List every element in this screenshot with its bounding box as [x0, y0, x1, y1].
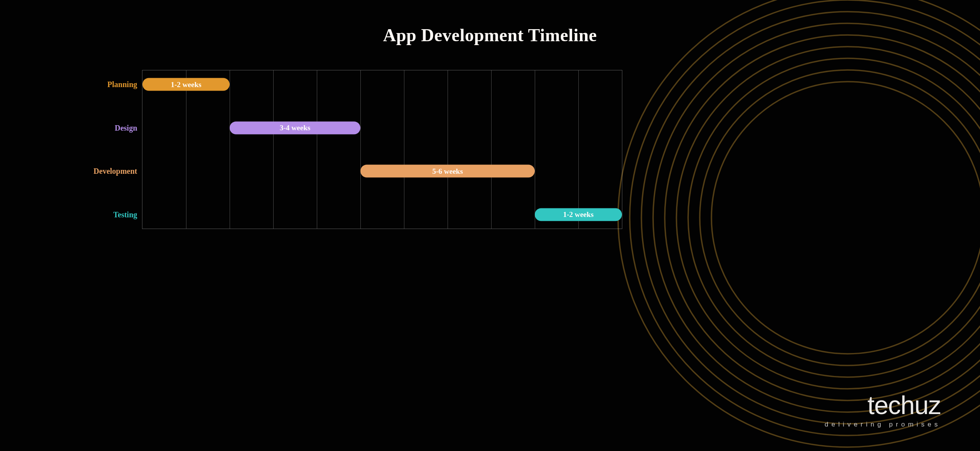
brand-tagline: delivering promises — [825, 421, 941, 428]
svg-point-6 — [688, 58, 980, 377]
gantt-bar: 5-6 weeks — [360, 165, 535, 178]
grid-line — [578, 70, 579, 229]
svg-point-4 — [665, 35, 980, 400]
page-title: App Development Timeline — [0, 25, 980, 45]
gantt-bar: 3-4 weeks — [230, 121, 360, 134]
row-label: Planning — [107, 80, 137, 89]
svg-point-8 — [711, 82, 980, 354]
row-labels: PlanningDesignDevelopmentTesting — [0, 70, 137, 229]
brand-name: techuz — [825, 394, 941, 416]
svg-point-0 — [618, 0, 980, 447]
gantt-grid: 1-2 weeks3-4 weeks5-6 weeks1-2 weeks — [142, 70, 622, 229]
grid-line — [230, 70, 230, 229]
row-label: Design — [115, 123, 137, 132]
svg-point-7 — [700, 70, 980, 365]
grid-line — [404, 70, 404, 229]
svg-point-2 — [641, 12, 980, 424]
grid-line — [317, 70, 317, 229]
row-label: Testing — [113, 210, 137, 219]
grid-line — [448, 70, 448, 229]
gantt-bar: 1-2 weeks — [142, 78, 230, 91]
svg-point-3 — [653, 23, 980, 412]
grid-line — [491, 70, 492, 229]
arc-svg — [614, 0, 980, 451]
grid-line — [273, 70, 274, 229]
grid-line — [535, 70, 535, 229]
gantt-bar: 1-2 weeks — [535, 208, 622, 221]
svg-point-5 — [676, 47, 980, 389]
row-label: Development — [93, 167, 137, 176]
brand-logo: techuz delivering promises — [825, 394, 941, 428]
svg-point-1 — [630, 0, 980, 435]
grid-line — [186, 70, 186, 229]
grid-line — [360, 70, 361, 229]
